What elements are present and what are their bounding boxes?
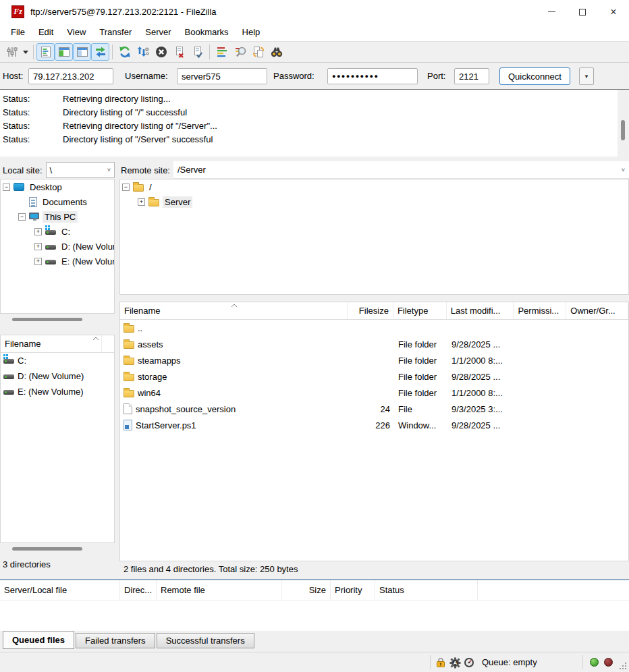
tree-item-desktop[interactable]: Desktop [1, 179, 114, 194]
local-file-row[interactable]: D: (New Volume) [1, 368, 114, 384]
column-header-owner-group[interactable]: Owner/Gr... [566, 302, 628, 319]
local-file-row[interactable]: E: (New Volume) [1, 384, 114, 399]
tree-item-c-drive[interactable]: C: [1, 224, 114, 239]
scrollbar-thumb[interactable] [12, 318, 82, 321]
column-header-priority[interactable]: Priority [331, 580, 375, 600]
tab-failed-transfers[interactable]: Failed transfers [76, 633, 155, 648]
collapse-icon[interactable] [3, 184, 10, 191]
local-site-combobox[interactable]: \ ˅ [46, 162, 115, 178]
column-header-filesize[interactable]: Filesize [348, 302, 393, 319]
password-label: Password: [273, 63, 314, 90]
remote-file-row[interactable]: steamapps File folder 1/1/2000 8:... [120, 352, 628, 368]
site-manager-dropdown-button[interactable] [21, 43, 30, 61]
expand-icon[interactable] [34, 258, 42, 265]
column-header-direction[interactable]: Direc... [120, 580, 157, 600]
disconnect-button[interactable] [170, 43, 188, 61]
toggle-transfer-queue-button[interactable] [91, 43, 109, 61]
log-scrollbar[interactable] [618, 90, 629, 157]
password-input[interactable] [327, 68, 418, 84]
local-tree-horizontal-scrollbar[interactable] [0, 314, 115, 325]
refresh-button[interactable] [115, 43, 134, 61]
column-header-size[interactable]: Size [282, 580, 331, 600]
expand-icon[interactable] [34, 243, 42, 250]
menu-view[interactable]: View [60, 24, 92, 41]
filter-button[interactable] [213, 43, 231, 61]
column-header-remote-file[interactable]: Remote file [157, 580, 282, 600]
local-list-horizontal-scrollbar[interactable] [0, 543, 115, 555]
site-manager-icon [5, 45, 19, 59]
site-manager-button[interactable] [3, 43, 21, 61]
minimize-button[interactable] [536, 0, 567, 24]
menu-help[interactable]: Help [236, 24, 267, 41]
tree-item-documents[interactable]: Documents [1, 194, 114, 209]
remote-file-row[interactable]: StartServer.ps1 226 Window... 9/28/2025 … [120, 417, 628, 433]
column-header-server-local-file[interactable]: Server/Local file [0, 580, 120, 600]
file-type: File folder [394, 388, 447, 398]
maximize-button[interactable] [567, 0, 598, 24]
find-files-button[interactable] [267, 43, 285, 61]
queue-list-empty[interactable] [0, 600, 629, 630]
tree-item-e-drive[interactable]: E: (New Volume) [1, 254, 114, 269]
quickconnect-button[interactable]: Quickconnect [499, 67, 570, 85]
local-file-name: D: (New Volume) [18, 371, 84, 381]
remote-file-row[interactable]: win64 File folder 1/1/2000 8:... [120, 385, 628, 401]
tab-queued-files[interactable]: Queued files [3, 631, 74, 649]
scrollbar-thumb[interactable] [12, 547, 82, 551]
quickconnect-dropdown-button[interactable]: ▼ [579, 67, 594, 85]
toggle-message-log-button[interactable] [36, 43, 55, 61]
remote-site-combobox[interactable]: /Server ˅ [173, 161, 629, 179]
maximize-icon [579, 9, 586, 16]
close-button[interactable]: × [598, 0, 629, 24]
local-file-row[interactable]: C: [1, 353, 114, 368]
reconnect-button[interactable] [188, 43, 207, 61]
remote-file-list: Filename Filesize Filetype Last modifi..… [119, 302, 629, 561]
collapse-icon[interactable] [122, 184, 130, 191]
remote-file-row[interactable]: assets File folder 9/28/2025 ... [120, 336, 628, 352]
file-name: assets [138, 339, 163, 349]
local-site-value: \ [50, 165, 53, 175]
folder-icon [124, 341, 134, 349]
port-input[interactable] [454, 68, 489, 84]
toggle-remote-tree-button[interactable] [73, 43, 91, 61]
remote-file-row[interactable]: snapshot_source_version 24 File 9/3/2025… [120, 401, 628, 417]
cancel-icon [155, 45, 168, 59]
remote-file-row[interactable]: .. [120, 320, 628, 336]
tab-successful-transfers[interactable]: Successful transfers [157, 633, 254, 648]
column-header-status[interactable]: Status [375, 580, 478, 600]
expand-icon[interactable] [34, 228, 42, 235]
speed-limits-icon[interactable] [464, 657, 474, 668]
menu-bookmarks[interactable]: Bookmarks [178, 24, 236, 41]
column-header-permissions[interactable]: Permissi... [514, 302, 566, 319]
tree-item-label: Desktop [28, 181, 64, 193]
username-input[interactable] [177, 68, 267, 84]
menu-edit[interactable]: Edit [32, 24, 60, 41]
file-size: 24 [348, 404, 394, 414]
expand-icon[interactable] [138, 198, 145, 206]
tree-item-this-pc[interactable]: This PC [1, 209, 114, 224]
tree-item-server[interactable]: Server [120, 194, 628, 209]
activity-indicator-green [590, 658, 599, 667]
tree-item-root[interactable]: / [120, 179, 628, 194]
process-queue-button[interactable] [134, 43, 152, 61]
transfer-mode-gear-icon[interactable]: A [449, 657, 461, 669]
log-scrollbar-thumb[interactable] [621, 120, 625, 140]
file-modified: 9/3/2025 3:... [447, 404, 515, 414]
host-input[interactable] [28, 68, 113, 84]
toggle-local-tree-button[interactable] [55, 43, 73, 61]
secure-connection-lock-icon[interactable] [435, 657, 446, 668]
column-header-filetype[interactable]: Filetype [393, 302, 447, 319]
remote-file-row[interactable]: storage File folder 9/28/2025 ... [120, 368, 628, 385]
directory-comparison-button[interactable] [231, 43, 249, 61]
column-header-last-modified[interactable]: Last modifi... [447, 302, 514, 319]
column-header-filename[interactable]: Filename [1, 335, 102, 352]
synchronized-browsing-button[interactable] [249, 43, 267, 61]
cancel-operation-button[interactable] [152, 43, 170, 61]
resize-grip[interactable] [625, 668, 626, 669]
dropdown-arrow-icon: ▼ [584, 74, 589, 80]
collapse-icon[interactable] [18, 213, 26, 221]
tree-item-d-drive[interactable]: D: (New Volume) [1, 239, 114, 254]
menu-transfer[interactable]: Transfer [92, 24, 138, 41]
menu-file[interactable]: File [4, 24, 32, 41]
documents-icon [29, 197, 37, 207]
menu-server[interactable]: Server [138, 24, 177, 41]
